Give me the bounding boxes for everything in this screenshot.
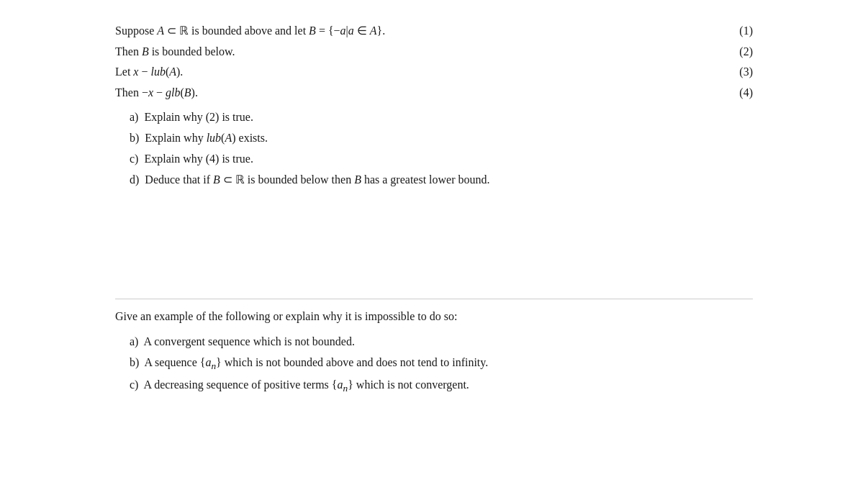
spacer xyxy=(115,212,753,270)
equation-number-3: (3) xyxy=(731,63,753,81)
sub-question-1c: c) Explain why (4) is true. xyxy=(130,149,753,170)
problem-1-block: Suppose A ⊂ ℝ is bounded above and let B… xyxy=(115,22,753,191)
sub-question-2a: a) A convergent sequence which is not bo… xyxy=(130,332,753,353)
problem-2-block: Give an example of the following or expl… xyxy=(115,299,753,397)
equation-row-1: Suppose A ⊂ ℝ is bounded above and let B… xyxy=(115,22,753,40)
content-area: Suppose A ⊂ ℝ is bounded above and let B… xyxy=(0,22,868,397)
equation-text-3: Let x − lub(A). xyxy=(115,63,183,81)
equation-number-2: (2) xyxy=(731,42,753,61)
equation-row-3: Let x − lub(A). (3) xyxy=(115,63,753,81)
sub-question-2c: c) A decreasing sequence of positive ter… xyxy=(130,375,753,397)
equation-row-2: Then B is bounded below. (2) xyxy=(115,42,753,61)
problem-2-sub-questions: a) A convergent sequence which is not bo… xyxy=(130,332,753,397)
sub-question-1d: d) Deduce that if B ⊂ ℝ is bounded below… xyxy=(130,170,753,191)
page: Suppose A ⊂ ℝ is bounded above and let B… xyxy=(0,0,868,495)
problem-1-sub-questions: a) Explain why (2) is true. b) Explain w… xyxy=(130,107,753,190)
sub-question-1b: b) Explain why lub(A) exists. xyxy=(130,128,753,149)
sub-question-2b: b) A sequence {an} which is not bounded … xyxy=(130,353,753,375)
equation-text-4: Then −x − glb(B). xyxy=(115,83,198,102)
problem-2-intro: Give an example of the following or expl… xyxy=(115,306,753,326)
sub-question-1a: a) Explain why (2) is true. xyxy=(130,107,753,128)
equation-text-1: Suppose A ⊂ ℝ is bounded above and let B… xyxy=(115,22,385,40)
equation-number-4: (4) xyxy=(731,83,753,102)
equation-row-4: Then −x − glb(B). (4) xyxy=(115,83,753,102)
equation-number-1: (1) xyxy=(731,22,753,40)
equation-text-2: Then B is bounded below. xyxy=(115,42,235,61)
